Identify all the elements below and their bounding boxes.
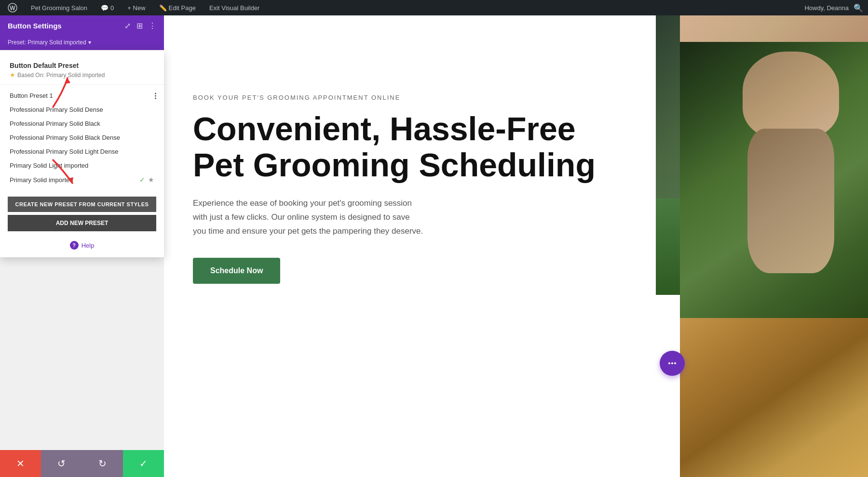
schedule-now-button[interactable]: Schedule Now (193, 258, 280, 284)
panel-title: Button Settings (8, 22, 62, 30)
preset-list: Button Preset 1 Professional Primary Sol… (0, 89, 164, 191)
redo-button[interactable]: ↻ (82, 450, 123, 477)
default-preset-subtitle: ★ Based On: Primary Solid imported (10, 71, 154, 79)
content-area: BOOK YOUR PET'S GROOMING APPOINTMENT ONL… (164, 15, 868, 477)
cancel-button[interactable]: ✕ (0, 450, 41, 477)
star-filled-icon: ★ (10, 71, 15, 79)
star-icon[interactable]: ★ (148, 176, 154, 184)
svg-point-6 (674, 362, 676, 364)
svg-point-4 (668, 362, 670, 364)
exit-builder-link[interactable]: Exit Visual Builder (206, 0, 263, 15)
preset-item[interactable]: Button Preset 1 (0, 89, 164, 103)
check-icon: ✓ (139, 176, 145, 184)
undo-button[interactable]: ↺ (41, 450, 82, 477)
save-button[interactable]: ✓ (123, 450, 164, 477)
preset-item[interactable]: Professional Primary Solid Light Dense (0, 145, 164, 159)
admin-bar: W Pet Grooming Salon 💬 0 + New ✏️ Edit P… (0, 0, 868, 15)
chevron-down-icon: ▾ (88, 39, 91, 46)
maximize-icon[interactable]: ⤢ (124, 21, 131, 30)
fab-button[interactable] (660, 351, 685, 376)
search-icon[interactable]: 🔍 (854, 3, 863, 13)
preset-dots-menu[interactable] (155, 93, 156, 99)
help-link[interactable]: ? Help (0, 237, 164, 253)
panel-header-icons: ⤢ ⊞ ⋮ (124, 21, 156, 30)
preset-label[interactable]: Preset: Primary Solid imported ▾ (0, 36, 164, 50)
image-collage (680, 15, 868, 477)
panel-header: Button Settings ⤢ ⊞ ⋮ (0, 15, 164, 36)
bottom-toolbar: ✕ ↺ ↻ ✓ (0, 450, 164, 477)
preset-label-text: Preset: Primary Solid imported (8, 39, 86, 46)
more-options-icon[interactable]: ⋮ (149, 21, 156, 30)
new-link[interactable]: + New (124, 0, 148, 15)
edit-page-link[interactable]: ✏️ Edit Page (156, 0, 199, 15)
wp-logo-link[interactable]: W (5, 0, 20, 15)
site-name[interactable]: Pet Grooming Salon (28, 0, 90, 15)
preset-item-active[interactable]: Primary Solid imported ✓ ★ (0, 172, 164, 187)
preset-item[interactable]: Primary Solid Light imported (0, 159, 164, 172)
preset-item[interactable]: Professional Primary Solid Dense (0, 103, 164, 117)
default-preset-title: Button Default Preset (10, 62, 154, 69)
create-preset-button[interactable]: CREATE NEW PRESET FROM CURRENT STYLES (8, 197, 156, 212)
preset-item[interactable]: Professional Primary Solid Black Dense (0, 131, 164, 145)
preset-item[interactable]: Professional Primary Solid Black (0, 117, 164, 131)
svg-point-5 (671, 362, 673, 364)
preset-dropdown: Button Default Preset ★ Based On: Primar… (0, 50, 164, 257)
hero-subtitle: BOOK YOUR PET'S GROOMING APPOINTMENT ONL… (193, 94, 627, 101)
add-preset-button[interactable]: ADD NEW PRESET (8, 215, 156, 231)
main-layout: Button Settings ⤢ ⊞ ⋮ Preset: Primary So… (0, 15, 868, 477)
hero-text: BOOK YOUR PET'S GROOMING APPOINTMENT ONL… (164, 15, 656, 353)
help-icon: ? (70, 241, 79, 250)
svg-text:W: W (10, 5, 15, 12)
hero-title: Convenient, Hassle-Free Pet Grooming Sch… (193, 111, 627, 183)
admin-bar-right: Howdy, Deanna 🔍 (804, 3, 863, 13)
hero-description: Experience the ease of booking your pet'… (193, 197, 424, 238)
comment-count[interactable]: 💬 0 (98, 0, 117, 15)
layout-icon[interactable]: ⊞ (136, 21, 143, 30)
default-preset-section: Button Default Preset ★ Based On: Primar… (0, 58, 164, 85)
left-panel: Button Settings ⤢ ⊞ ⋮ Preset: Primary So… (0, 15, 164, 477)
